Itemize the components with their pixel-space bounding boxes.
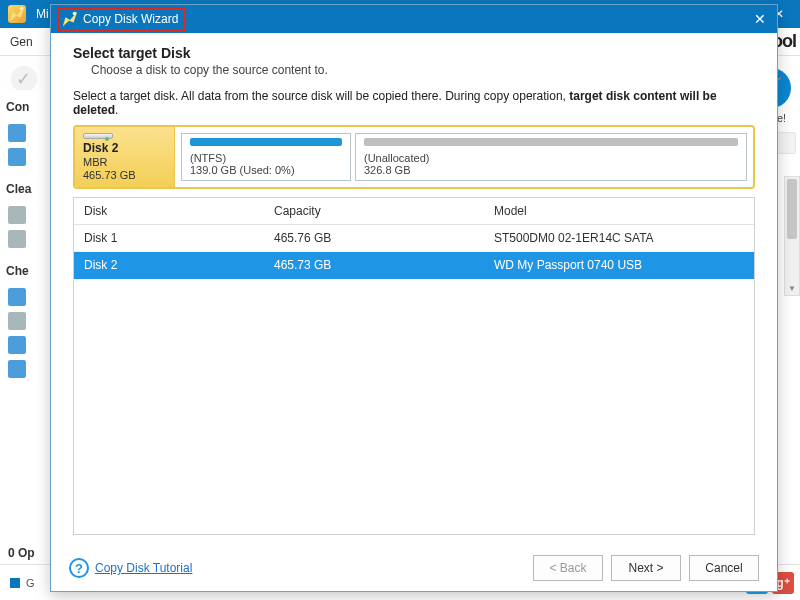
disk-badge: Disk 2 MBR 465.73 GB xyxy=(75,127,175,187)
table-row[interactable]: Disk 1465.76 GBST500DM0 02-1ER14C SATA xyxy=(74,225,754,252)
partition-map: (NTFS) 139.0 GB (Used: 0%) (Unallocated)… xyxy=(175,127,753,187)
status-label: G xyxy=(26,577,35,589)
partition-bar-2 xyxy=(364,138,738,146)
sidebar-icon-5[interactable] xyxy=(8,288,26,306)
svg-point-0 xyxy=(20,7,24,11)
help-section: ? Copy Disk Tutorial xyxy=(69,558,192,578)
sidebar-icon-3[interactable] xyxy=(8,206,26,224)
cell-disk: Disk 2 xyxy=(74,252,264,278)
target-disk-summary: Disk 2 MBR 465.73 GB (NTFS) 139.0 GB (Us… xyxy=(73,125,755,189)
disk-map-chip xyxy=(10,578,20,588)
help-icon[interactable]: ? xyxy=(69,558,89,578)
wizard-body: Select target Disk Choose a disk to copy… xyxy=(51,33,777,545)
sidebar-section-clean: Clea xyxy=(0,172,44,200)
sidebar: Con Clea Che xyxy=(0,90,45,600)
partition-1-detail: 139.0 GB (Used: 0%) xyxy=(190,164,342,176)
partition-bar-1 xyxy=(190,138,342,146)
cell-capacity: 465.73 GB xyxy=(264,252,484,278)
sidebar-section-convert: Con xyxy=(0,90,44,118)
partition-ntfs[interactable]: (NTFS) 139.0 GB (Used: 0%) xyxy=(181,133,351,181)
column-disk[interactable]: Disk xyxy=(74,198,264,224)
help-link[interactable]: Copy Disk Tutorial xyxy=(95,561,192,575)
disk-table: Disk Capacity Model Disk 1465.76 GBST500… xyxy=(73,197,755,535)
back-button[interactable]: < Back xyxy=(533,555,603,581)
sidebar-icon-4[interactable] xyxy=(8,230,26,248)
copy-disk-wizard-dialog: Copy Disk Wizard ✕ Select target Disk Ch… xyxy=(50,4,778,592)
summary-disk-size: 465.73 GB xyxy=(83,169,166,181)
column-model[interactable]: Model xyxy=(484,198,754,224)
sidebar-section-check: Che xyxy=(0,254,44,282)
wizard-icon xyxy=(61,10,79,28)
hard-drive-icon xyxy=(83,133,113,139)
scroll-thumb[interactable] xyxy=(787,179,797,239)
partition-2-label: (Unallocated) xyxy=(364,152,738,164)
page-subheading: Choose a disk to copy the source content… xyxy=(91,63,755,77)
instruction-period: . xyxy=(115,103,118,117)
cell-disk: Disk 1 xyxy=(74,225,264,251)
wizard-close-button[interactable]: ✕ xyxy=(747,9,773,29)
table-body: Disk 1465.76 GBST500DM0 02-1ER14C SATADi… xyxy=(74,225,754,534)
cell-capacity: 465.76 GB xyxy=(264,225,484,251)
sidebar-icon-8[interactable] xyxy=(8,360,26,378)
cell-model: WD My Passport 0740 USB xyxy=(484,252,754,278)
scroll-down-arrow-icon[interactable]: ▼ xyxy=(785,281,799,295)
summary-disk-name: Disk 2 xyxy=(83,141,166,155)
column-capacity[interactable]: Capacity xyxy=(264,198,484,224)
main-window-title: Mi xyxy=(36,7,49,21)
operations-pending: 0 Op xyxy=(8,546,35,560)
summary-disk-type: MBR xyxy=(83,156,166,168)
instruction-plain: Select a target disk. All data from the … xyxy=(73,89,569,103)
cancel-button[interactable]: Cancel xyxy=(689,555,759,581)
apply-check-icon: ✓ xyxy=(11,66,37,92)
next-button[interactable]: Next > xyxy=(611,555,681,581)
cell-model: ST500DM0 02-1ER14C SATA xyxy=(484,225,754,251)
title-highlight: Copy Disk Wizard xyxy=(57,7,186,31)
sidebar-icon-2[interactable] xyxy=(8,148,26,166)
partition-1-label: (NTFS) xyxy=(190,152,342,164)
svg-point-1 xyxy=(73,12,77,16)
sidebar-icon-6[interactable] xyxy=(8,312,26,330)
wizard-title: Copy Disk Wizard xyxy=(83,12,178,26)
right-scrollbar[interactable]: ▲ ▼ xyxy=(784,176,800,296)
sidebar-icon-1[interactable] xyxy=(8,124,26,142)
instruction-text: Select a target disk. All data from the … xyxy=(73,89,755,117)
table-header: Disk Capacity Model xyxy=(74,198,754,225)
menu-general[interactable]: Gen xyxy=(10,35,33,49)
wizard-titlebar: Copy Disk Wizard ✕ xyxy=(51,5,777,33)
page-heading: Select target Disk xyxy=(73,45,755,61)
table-row[interactable]: Disk 2465.73 GBWD My Passport 0740 USB xyxy=(74,252,754,279)
wizard-footer: ? Copy Disk Tutorial < Back Next > Cance… xyxy=(51,545,777,591)
partition-unallocated[interactable]: (Unallocated) 326.8 GB xyxy=(355,133,747,181)
app-icon xyxy=(8,5,26,23)
sidebar-icon-7[interactable] xyxy=(8,336,26,354)
partition-2-detail: 326.8 GB xyxy=(364,164,738,176)
